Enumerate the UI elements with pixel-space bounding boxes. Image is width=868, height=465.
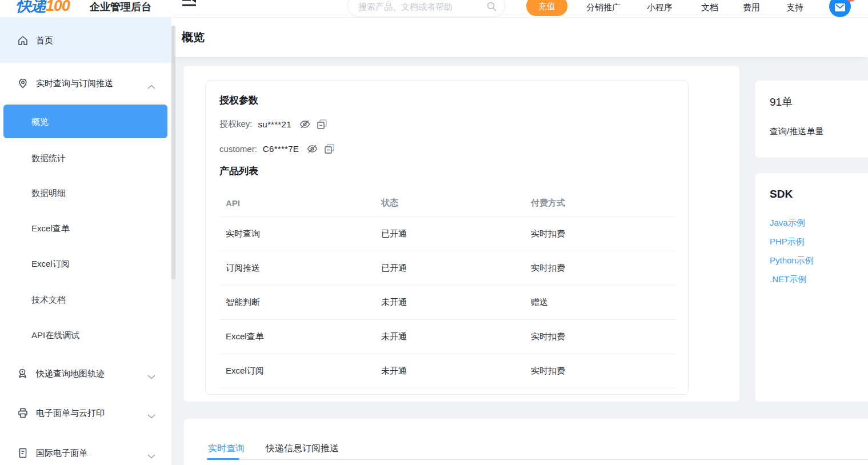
product-list-heading: 产品列表 — [219, 165, 258, 178]
tab-realtime-query[interactable]: 实时查询 — [208, 443, 245, 455]
logo-text-blue: 快递 — [16, 0, 46, 14]
column-header-api: API — [226, 198, 381, 208]
sidebar-item-data-details[interactable]: 数据明细 — [0, 176, 171, 210]
chevron-down-icon — [147, 451, 155, 461]
home-icon — [18, 35, 28, 48]
chevron-up-icon — [147, 81, 155, 91]
nav-item-distribution[interactable]: 分销推广 — [586, 2, 621, 13]
copy-icon[interactable] — [317, 119, 327, 129]
auth-key-value: su****21 — [258, 119, 291, 129]
sdk-card: SDK Java示例 PHP示例 Python示例 .NET示例 — [754, 173, 868, 402]
sidebar-group-international-eorder[interactable]: 国际电子面单 — [0, 436, 171, 465]
tab-subscribe-push[interactable]: 快递信息订阅推送 — [266, 443, 339, 455]
eye-off-icon[interactable] — [299, 120, 310, 129]
sidebar-item-label: 数据明细 — [31, 188, 66, 199]
sidebar-scrollbar[interactable] — [171, 26, 175, 279]
cell-api: 订阅推送 — [226, 263, 381, 274]
sidebar-item-label: 技术文档 — [31, 295, 66, 306]
sidebar-item-label: Excel查单 — [31, 223, 70, 234]
sidebar-group-label: 实时查询与订阅推送 — [36, 78, 113, 89]
sdk-link-java[interactable]: Java示例 — [770, 213, 814, 232]
cell-payment: 实时扣费 — [531, 263, 675, 274]
eye-off-icon[interactable] — [307, 145, 318, 153]
sdk-link-php[interactable]: PHP示例 — [770, 232, 814, 251]
auth-key-row: 授权key: su****21 — [219, 117, 334, 131]
document-icon — [18, 448, 28, 460]
cell-api: 实时查询 — [226, 229, 381, 239]
order-count-label: 查询/推送单量 — [770, 126, 823, 137]
sidebar-item-data-statistics[interactable]: 数据统计 — [0, 141, 171, 175]
chevron-down-icon — [147, 411, 155, 421]
cell-payment: 实时扣费 — [531, 366, 675, 376]
copy-icon[interactable] — [325, 144, 334, 154]
cell-api: 智能判断 — [226, 297, 381, 308]
sidebar-group-map-track[interactable]: 快递查询地图轨迹 — [0, 356, 171, 391]
sdk-heading: SDK — [770, 188, 793, 201]
sidebar-item-excel-subscribe[interactable]: Excel订阅 — [0, 247, 171, 281]
column-header-payment: 付费方式 — [531, 198, 675, 209]
search-box — [347, 0, 505, 17]
sdk-link-dotnet[interactable]: .NET示例 — [770, 270, 814, 288]
cell-api: Excel订阅 — [226, 366, 381, 376]
sidebar-item-excel-query[interactable]: Excel查单 — [0, 211, 171, 246]
auth-products-panel: 授权参数 授权key: su****21 — [205, 81, 689, 395]
order-count: 91单 — [770, 95, 793, 110]
sidebar-item-label: Excel订阅 — [31, 259, 70, 270]
logo-text-orange: 100 — [46, 0, 70, 14]
content-header: 概览 — [171, 17, 868, 57]
sidebar-item-label: 数据统计 — [31, 153, 66, 164]
auth-params-heading: 授权参数 — [219, 94, 258, 107]
sidebar-item-api-debug[interactable]: API在线调试 — [0, 318, 171, 352]
nav-item-docs[interactable]: 文档 — [701, 2, 718, 13]
table-row: Excel查单 未开通 实时扣费 — [219, 320, 675, 354]
column-header-status: 状态 — [381, 198, 531, 209]
tab-divider — [208, 459, 868, 460]
user-avatar[interactable] — [829, 0, 851, 17]
sdk-link-list: Java示例 PHP示例 Python示例 .NET示例 — [770, 213, 814, 288]
auth-customer-row: customer: C6****7E — [219, 142, 341, 155]
app-screen: 快递100 企业管理后台 充值 分销推广 小程序 文档 费用 支持 — [0, 0, 868, 465]
sidebar-collapse-icon[interactable] — [182, 0, 197, 11]
cell-payment: 赠送 — [531, 297, 675, 308]
cell-status: 未开通 — [381, 297, 531, 308]
product-table-header: API 状态 付费方式 — [219, 190, 675, 217]
sidebar-item-label: 概览 — [31, 116, 49, 127]
tab-bar: 实时查询 快递信息订阅推送 — [208, 443, 339, 455]
active-tab-indicator — [207, 458, 239, 460]
sidebar-item-label: API在线调试 — [31, 330, 79, 341]
search-icon[interactable] — [487, 2, 497, 14]
sidebar-item-label: 首页 — [36, 35, 53, 46]
sidebar: 首页 实时查询与订阅推送 概览 数据统计 数据明细 — [0, 17, 171, 465]
order-volume-card: 91单 查询/推送单量 — [754, 80, 868, 158]
nav-item-support[interactable]: 支持 — [786, 2, 803, 13]
nav-item-miniprogram[interactable]: 小程序 — [647, 2, 673, 13]
auth-key-label: 授权key: — [219, 119, 253, 130]
sidebar-group-eorder-print[interactable]: 电子面单与云打印 — [0, 396, 171, 430]
sdk-link-python[interactable]: Python示例 — [770, 251, 814, 270]
search-input[interactable] — [357, 1, 479, 12]
sidebar-item-overview-selected[interactable]: 概览 — [3, 105, 167, 138]
recharge-button[interactable]: 充值 — [526, 0, 567, 16]
table-row: 智能判断 未开通 赠送 — [219, 286, 675, 320]
cell-payment: 实时扣费 — [531, 331, 675, 342]
cell-status: 已开通 — [381, 229, 531, 239]
app-title: 企业管理后台 — [90, 0, 151, 14]
printer-icon — [18, 408, 28, 420]
map-track-icon — [18, 368, 28, 381]
sidebar-item-home[interactable]: 首页 — [0, 18, 171, 63]
cell-api: Excel查单 — [226, 331, 381, 342]
sidebar-group-label: 电子面单与云打印 — [36, 408, 105, 419]
table-row: 实时查询 已开通 实时扣费 — [219, 217, 675, 251]
nav-item-billing[interactable]: 费用 — [743, 2, 760, 13]
customer-value: C6****7E — [263, 144, 299, 154]
cell-status: 未开通 — [381, 331, 531, 342]
sidebar-group-label: 快递查询地图轨迹 — [36, 368, 105, 379]
sidebar-item-tech-docs[interactable]: 技术文档 — [0, 283, 171, 317]
table-row: Excel订阅 未开通 实时扣费 — [219, 354, 675, 388]
cell-payment: 实时扣费 — [531, 229, 675, 239]
sidebar-group-realtime-query[interactable]: 实时查询与订阅推送 — [0, 66, 171, 101]
chevron-down-icon — [147, 371, 155, 382]
kuaidi100-logo[interactable]: 快递100 — [16, 0, 70, 16]
product-table: API 状态 付费方式 实时查询 已开通 实时扣费 订阅推送 已开通 实时扣费 … — [219, 190, 675, 388]
cell-status: 已开通 — [381, 263, 531, 274]
